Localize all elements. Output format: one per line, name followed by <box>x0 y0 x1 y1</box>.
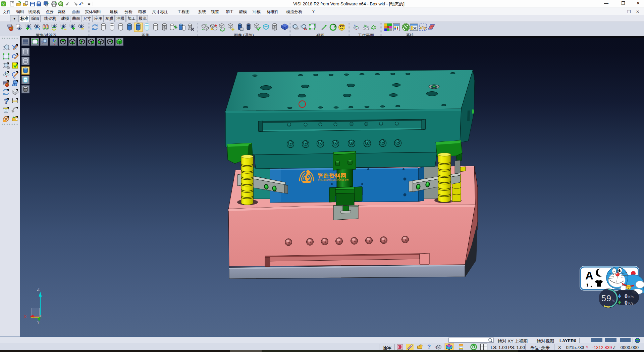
svg-text:0: 0 <box>625 300 628 306</box>
svg-text:0: 0 <box>625 294 628 299</box>
svg-text:59: 59 <box>601 294 611 303</box>
svg-text:INTELLIGENT MANUFACTURING DATA: INTELLIGENT MANUFACTURING DATA <box>318 179 349 181</box>
svg-text:K/s: K/s <box>628 295 634 299</box>
svg-text:X: X <box>24 314 27 319</box>
svg-text:K/s: K/s <box>628 301 634 305</box>
svg-text:,: , <box>586 276 589 287</box>
svg-text:Z: Z <box>37 287 40 292</box>
svg-text:%: % <box>612 299 615 303</box>
svg-text:智造资料网: 智造资料网 <box>317 173 346 179</box>
svg-text:Y: Y <box>37 320 40 325</box>
